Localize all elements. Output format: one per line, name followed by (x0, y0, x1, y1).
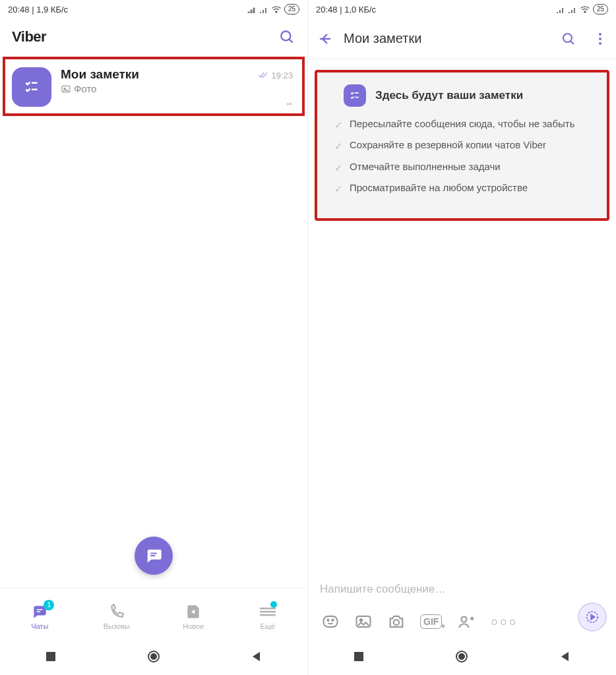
svg-point-6 (563, 34, 572, 42)
status-bar: 20:48 | 1,0 КБ/с 25 (308, 0, 616, 18)
notes-icon (344, 84, 366, 107)
system-nav (0, 641, 307, 675)
bottom-nav: 1 Чаты Вызовы Новое Ещё (0, 588, 307, 639)
check-icon: ✓ (334, 183, 343, 196)
status-speed: 1,9 КБ/с (36, 5, 68, 15)
camera-icon[interactable] (387, 612, 406, 631)
svg-rect-10 (324, 616, 338, 627)
contact-share-icon[interactable] (456, 612, 476, 631)
photo-icon (61, 84, 71, 94)
svg-point-5 (150, 653, 157, 660)
svg-point-7 (599, 33, 601, 36)
signal-icon (247, 5, 257, 13)
sys-back-button[interactable] (559, 651, 571, 665)
chat-time: 19:23 (271, 71, 293, 80)
sys-home-button[interactable] (146, 649, 161, 666)
svg-point-8 (599, 38, 601, 40)
nav-chats[interactable]: 1 Чаты (29, 602, 50, 630)
app-bar: Viber (0, 18, 307, 55)
signal-icon (556, 5, 565, 13)
app-bar: Мои заметки (308, 18, 616, 59)
list-item: ✓Просматривайте на любом устройстве (334, 181, 594, 196)
notes-heading: Здесь будут ваши заметки (375, 89, 523, 102)
status-time: 20:48 (316, 5, 338, 15)
chat-info: Мои заметки 19:23 Фото (61, 67, 293, 94)
signal-icon (568, 5, 577, 13)
gif-icon[interactable]: GIF+ (420, 614, 442, 629)
notes-intro-card: Здесь будут ваши заметки ✓Пересылайте со… (315, 70, 609, 221)
compose-placeholder: Напишите сообщение… (320, 583, 446, 595)
chat-row-notes[interactable]: Мои заметки 19:23 Фото (5, 59, 302, 113)
status-icons: 25 (247, 4, 299, 15)
check-icon: ✓ (334, 140, 343, 153)
svg-point-16 (462, 616, 467, 622)
brand-logo: Viber (12, 28, 46, 45)
status-time: 20:48 (8, 5, 30, 15)
svg-point-20 (458, 653, 465, 660)
wifi-icon (580, 5, 590, 13)
svg-point-0 (281, 31, 290, 40)
status-icons: 25 (556, 4, 608, 15)
nav-label: Ещё (260, 622, 275, 630)
notes-tips-list: ✓Пересылайте сообщения сюда, чтобы не за… (330, 117, 594, 196)
wifi-icon (271, 5, 282, 13)
nav-label: Чаты (31, 622, 48, 630)
highlight-box: Мои заметки 19:23 Фото (3, 57, 305, 116)
status-time-speed: 20:48 | 1,0 КБ/с (316, 5, 376, 15)
svg-point-15 (394, 620, 399, 625)
overflow-menu-icon[interactable] (594, 31, 607, 47)
nav-new[interactable]: Новое (183, 602, 204, 630)
chat-subtitle: Фото (61, 83, 293, 94)
battery-level: 25 (284, 4, 299, 15)
chat-title: Мои заметки (61, 67, 139, 82)
svg-rect-3 (46, 652, 55, 661)
nav-label: Новое (183, 622, 204, 630)
status-time-speed: 20:48 | 1,9 КБ/с (8, 5, 68, 15)
nav-label: Вызовы (104, 622, 130, 630)
more-attach-icon[interactable]: ○○○ (491, 615, 518, 629)
screen-title: Мои заметки (344, 31, 550, 46)
svg-point-11 (327, 620, 328, 621)
list-item: ✓Сохраняйте в резервной копии чатов Vibe… (334, 138, 594, 153)
check-read-icon (258, 72, 268, 78)
voice-message-button[interactable] (578, 602, 607, 631)
sticker-icon[interactable] (321, 612, 340, 631)
check-icon: ✓ (334, 161, 343, 175)
svg-rect-1 (62, 86, 70, 92)
more-dot-badge (270, 601, 277, 608)
nav-calls[interactable]: Вызовы (104, 602, 130, 630)
svg-point-14 (360, 619, 362, 621)
attach-bar: GIF+ ○○○ (308, 604, 616, 639)
check-icon: ✓ (334, 119, 343, 132)
sys-recent-button[interactable] (45, 651, 57, 665)
gallery-icon[interactable] (354, 612, 373, 631)
search-icon[interactable] (561, 31, 576, 47)
compose-fab[interactable] (135, 537, 173, 575)
screen-chat-list: 20:48 | 1,9 КБ/с 25 Viber (0, 0, 308, 675)
signal-icon (259, 5, 268, 13)
list-item: ✓Отмечайте выполненные задачи (334, 160, 594, 175)
search-icon[interactable] (278, 28, 295, 45)
pin-icon (284, 99, 293, 108)
system-nav (308, 641, 616, 675)
screen-notes-detail: 20:48 | 1,0 КБ/с 25 Мои заметки Здесь бу… (308, 0, 616, 675)
status-speed: 1,0 КБ/с (344, 5, 376, 15)
svg-point-12 (332, 620, 333, 621)
chats-badge: 1 (44, 600, 54, 610)
sys-recent-button[interactable] (353, 651, 365, 665)
battery-level: 25 (593, 4, 608, 15)
chat-meta: 19:23 (258, 71, 293, 80)
notes-avatar-icon (12, 67, 51, 107)
compose-input[interactable]: Напишите сообщение… (308, 576, 616, 602)
status-bar: 20:48 | 1,9 КБ/с 25 (0, 0, 307, 18)
svg-point-9 (599, 42, 601, 45)
nav-more[interactable]: Ещё (257, 602, 278, 630)
list-item: ✓Пересылайте сообщения сюда, чтобы не за… (334, 117, 594, 132)
svg-rect-18 (354, 652, 363, 661)
sys-back-button[interactable] (251, 651, 262, 665)
sys-home-button[interactable] (454, 649, 469, 666)
back-icon[interactable] (317, 31, 333, 47)
